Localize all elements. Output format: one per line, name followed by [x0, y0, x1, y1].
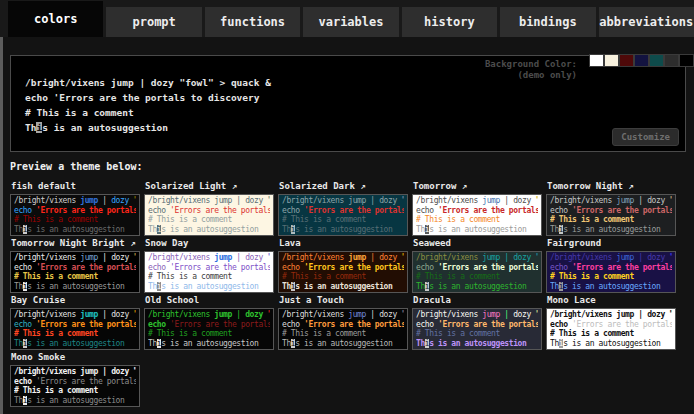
theme-preview-line: # This is a comment: [550, 215, 672, 225]
theme-preview[interactable]: /bright/vixens jump | dozy "echo 'Errors…: [278, 251, 408, 293]
theme-preview[interactable]: /bright/vixens jump | dozy "echo 'Errors…: [278, 308, 408, 350]
tab-abbreviations[interactable]: abbreviations: [599, 7, 694, 37]
theme-preview-line: # This is a comment: [416, 215, 538, 225]
background-swatch[interactable]: [649, 54, 664, 67]
theme-card-bay-cruise[interactable]: Bay Cruise/bright/vixens jump | dozy "ec…: [10, 294, 140, 350]
theme-card-snow-day[interactable]: Snow Day/bright/vixens jump | dozy "echo…: [144, 237, 274, 293]
theme-card-solarized-light[interactable]: Solarized Light ↗/bright/vixens jump | d…: [144, 180, 274, 236]
terminal-text: echo 'Errors are the portals to discover…: [25, 92, 260, 103]
token-echo: echo: [14, 206, 36, 215]
token-command2: dozy: [647, 253, 665, 262]
color-preview-panel: Background Color: (demo only) /bright/vi…: [10, 55, 686, 152]
theme-card-old-school[interactable]: Old School/bright/vixens jump | dozy "ec…: [144, 294, 274, 350]
token-echo: echo: [282, 263, 304, 272]
background-swatch[interactable]: [664, 54, 679, 67]
token-pipe: |: [98, 367, 111, 376]
theme-preview[interactable]: /bright/vixens jump | dozy "echo 'Errors…: [10, 194, 140, 236]
token-pipe: |: [366, 310, 379, 319]
token-command: jump: [616, 310, 634, 319]
theme-preview-line: # This is a comment: [416, 272, 538, 282]
background-color-label: Background Color: (demo only): [357, 59, 577, 81]
theme-preview[interactable]: /bright/vixens jump | dozy "echo 'Errors…: [278, 194, 408, 236]
token-autosuggestion: s is an autosuggestion: [563, 339, 660, 348]
theme-preview-line: echo 'Errors are the portals: [416, 320, 538, 330]
token-autosuggestion: Th: [148, 282, 157, 291]
theme-name: Fairground: [547, 238, 676, 249]
theme-preview-line: /bright/vixens jump | dozy ": [282, 253, 404, 263]
theme-card-tomorrow[interactable]: Tomorrow ↗/bright/vixens jump | dozy "ec…: [412, 180, 542, 236]
external-link-icon[interactable]: ↗: [355, 181, 366, 191]
token-echo: echo: [416, 206, 438, 215]
token-pipe: |: [500, 196, 513, 205]
token-comment: # This is a comment: [282, 215, 366, 224]
token-command2: dozy: [379, 196, 397, 205]
theme-preview[interactable]: /bright/vixens jump | dozy "echo 'Errors…: [412, 251, 542, 293]
theme-preview[interactable]: /bright/vixens jump | dozy "echo 'Errors…: [144, 251, 274, 293]
token-string: 'Errors are the portals: [304, 206, 404, 215]
token-string: 'Errors are the portals: [36, 263, 136, 272]
theme-preview[interactable]: /bright/vixens jump | dozy "echo 'Errors…: [546, 251, 676, 293]
theme-card-just-a-touch[interactable]: Just a Touch/bright/vixens jump | dozy "…: [278, 294, 408, 350]
theme-preview[interactable]: /bright/vixens jump | dozy "echo 'Errors…: [10, 308, 140, 350]
theme-preview[interactable]: /bright/vixens jump | dozy "echo 'Errors…: [10, 365, 140, 407]
theme-preview[interactable]: /bright/vixens jump | dozy "echo 'Errors…: [144, 194, 274, 236]
tab-variables[interactable]: variables: [303, 7, 398, 37]
theme-card-dracula[interactable]: Dracula/bright/vixens jump | dozy "echo …: [412, 294, 542, 350]
theme-card-lava[interactable]: Lava/bright/vixens jump | dozy "echo 'Er…: [278, 237, 408, 293]
token-string: 'Errors are the portals: [36, 377, 136, 386]
token-path: /bright/vixens: [282, 253, 348, 262]
theme-name: fish default: [11, 181, 140, 192]
window-edge: [0, 37, 3, 414]
token-string: 'Errors are the portals: [36, 320, 136, 329]
theme-card-mono-smoke[interactable]: Mono Smoke/bright/vixens jump | dozy "ec…: [10, 351, 140, 407]
token-quote: ": [397, 310, 404, 319]
theme-preview[interactable]: /bright/vixens jump | dozy "echo 'Errors…: [412, 194, 542, 236]
theme-preview[interactable]: /bright/vixens jump | dozy "echo 'Errors…: [10, 251, 140, 293]
background-swatch[interactable]: [604, 54, 619, 67]
external-link-icon[interactable]: ↗: [623, 181, 634, 191]
background-swatch[interactable]: [634, 54, 649, 67]
theme-name: Mono Lace: [547, 295, 676, 306]
customize-button[interactable]: Customize: [612, 128, 679, 146]
tab-colors[interactable]: colors: [8, 1, 103, 37]
token-command: jump: [80, 367, 98, 376]
token-command2: dozy: [513, 253, 531, 262]
background-swatch[interactable]: [619, 54, 634, 67]
tab-history[interactable]: history: [402, 7, 497, 37]
background-swatch[interactable]: [679, 54, 694, 67]
theme-card-tomorrow-night-bright[interactable]: Tomorrow Night Bright ↗/bright/vixens ju…: [10, 237, 140, 293]
theme-preview-line: This is an autosuggestion: [14, 225, 136, 235]
terminal-text: /bright/vixens jump | dozy "fowl" > quac…: [25, 77, 271, 88]
external-link-icon[interactable]: ↗: [226, 181, 237, 191]
theme-card-mono-lace[interactable]: Mono Lace/bright/vixens jump | dozy "ech…: [546, 294, 676, 350]
theme-preview-line: /bright/vixens jump | dozy ": [550, 253, 672, 263]
theme-preview-line: # This is a comment: [14, 215, 136, 225]
tab-prompt[interactable]: prompt: [106, 7, 201, 37]
terminal-text: Th: [25, 122, 36, 133]
theme-card-solarized-dark[interactable]: Solarized Dark ↗/bright/vixens jump | do…: [278, 180, 408, 236]
theme-name: Tomorrow Night ↗: [547, 181, 676, 192]
tab-bindings[interactable]: bindings: [500, 7, 595, 37]
theme-card-tomorrow-night[interactable]: Tomorrow Night ↗/bright/vixens jump | do…: [546, 180, 676, 236]
theme-preview-line: echo 'Errors are the portals: [14, 320, 136, 330]
token-echo: echo: [148, 263, 170, 272]
external-link-icon[interactable]: ↗: [456, 181, 467, 191]
theme-card-fish-default[interactable]: fish default/bright/vixens jump | dozy "…: [10, 180, 140, 236]
token-comment: # This is a comment: [550, 272, 634, 281]
tab-functions[interactable]: functions: [205, 7, 300, 37]
token-autosuggestion: s is an autosuggestion: [161, 282, 258, 291]
theme-preview-line: # This is a comment: [550, 272, 672, 282]
token-command2: dozy: [379, 253, 397, 262]
token-command2: dozy: [513, 310, 531, 319]
theme-preview[interactable]: /bright/vixens jump | dozy "echo 'Errors…: [412, 308, 542, 350]
external-link-icon[interactable]: ↗: [125, 238, 136, 248]
theme-preview[interactable]: /bright/vixens jump | dozy "echo 'Errors…: [546, 194, 676, 236]
theme-card-fairground[interactable]: Fairground/bright/vixens jump | dozy "ec…: [546, 237, 676, 293]
token-pipe: |: [232, 196, 245, 205]
theme-preview[interactable]: /bright/vixens jump | dozy "echo 'Errors…: [546, 308, 676, 350]
theme-preview-line: This is an autosuggestion: [550, 282, 672, 292]
background-swatch[interactable]: [589, 54, 604, 67]
theme-preview[interactable]: /bright/vixens jump | dozy "echo 'Errors…: [144, 308, 274, 350]
theme-card-seaweed[interactable]: Seaweed/bright/vixens jump | dozy "echo …: [412, 237, 542, 293]
token-echo: echo: [282, 206, 304, 215]
